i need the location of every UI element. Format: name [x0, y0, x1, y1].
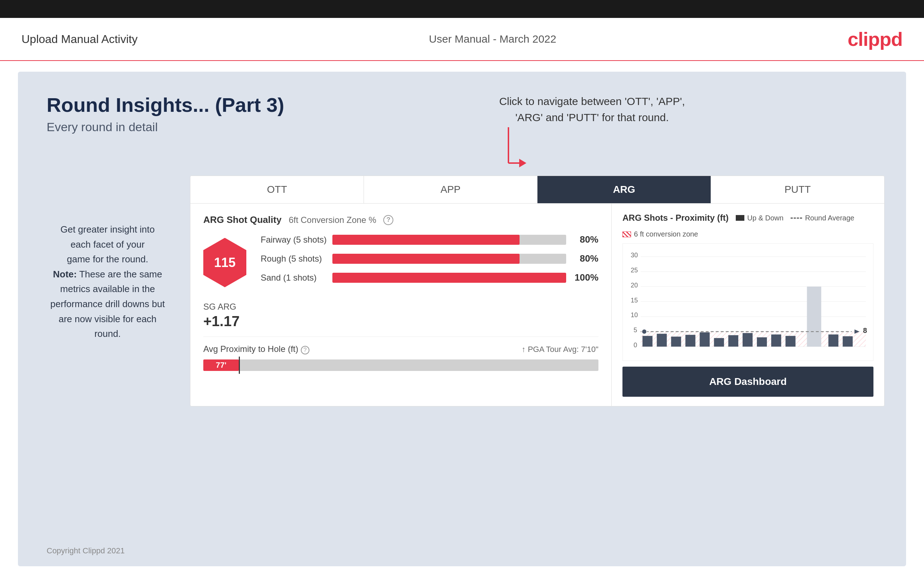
bar-label-fairway: Fairway (5 shots) [261, 235, 333, 245]
svg-rect-30 [807, 287, 821, 347]
tab-ott[interactable]: OTT [191, 176, 364, 203]
info-icon[interactable]: ? [383, 215, 393, 225]
manual-label: User Manual - March 2022 [429, 33, 556, 45]
svg-rect-28 [771, 334, 781, 347]
svg-rect-32 [843, 336, 853, 347]
bar-track-fairway [333, 235, 566, 245]
legend-6ft-label: 6 ft conversion zone [634, 230, 698, 239]
proximity-header: Avg Proximity to Hole (ft) ? ↑ PGA Tour … [203, 344, 598, 355]
tab-arg[interactable]: ARG [538, 176, 711, 203]
proximity-value: 77' [216, 361, 226, 370]
panel-right: ARG Shots - Proximity (ft) Up & Down Rou… [612, 203, 884, 406]
svg-rect-26 [743, 333, 753, 347]
nav-hint: Click to navigate between 'OTT', 'APP', … [499, 93, 685, 126]
dashboard-panel: OTT APP ARG PUTT ARG Shot Quality 6ft Co… [190, 176, 885, 406]
conversion-zone-label: 6ft Conversion Zone % [289, 215, 376, 225]
proximity-label: Avg Proximity to Hole (ft) ? [203, 344, 309, 355]
svg-rect-27 [757, 337, 767, 347]
desc-note: Note: [53, 269, 77, 280]
svg-rect-25 [728, 335, 738, 347]
upload-label: Upload Manual Activity [21, 32, 138, 46]
chart-svg: 0 5 10 15 20 25 30 [623, 244, 873, 358]
legend-hatched-box [622, 232, 631, 237]
bar-row-sand: Sand (1 shots) 100% [261, 272, 598, 283]
main-content: Round Insights... (Part 3) Every round i… [18, 72, 906, 566]
proximity-bar-fill: 77' [203, 359, 239, 371]
chart-title: ARG Shots - Proximity (ft) [622, 213, 729, 223]
legend-up-down-label: Up & Down [747, 214, 783, 222]
header: Upload Manual Activity User Manual - Mar… [0, 18, 924, 61]
svg-point-34 [642, 329, 647, 334]
proximity-info-icon[interactable]: ? [301, 346, 309, 355]
bar-fill-sand [333, 273, 566, 283]
bar-label-sand: Sand (1 shots) [261, 273, 333, 283]
bar-pct-sand: 100% [573, 272, 598, 283]
svg-text:0: 0 [633, 342, 637, 349]
desc-line3: game for the round. [67, 254, 149, 264]
svg-text:15: 15 [631, 297, 638, 304]
proximity-marker [239, 356, 240, 374]
sg-value: +1.17 [203, 313, 598, 329]
sg-section: SG ARG +1.17 [203, 302, 598, 329]
tab-app[interactable]: APP [364, 176, 538, 203]
page-title: Round Insights... (Part 3) [47, 93, 877, 116]
svg-rect-21 [671, 337, 681, 347]
panel-body: ARG Shot Quality 6ft Conversion Zone % ?… [191, 203, 884, 406]
pga-label: ↑ PGA Tour Avg: 7'10" [522, 345, 598, 354]
top-bar [0, 0, 924, 18]
legend-box-up-down [736, 215, 745, 221]
hexagon-container: 115 Fairway (5 shots) 80% Rough (5 [203, 234, 598, 291]
svg-marker-2 [519, 159, 527, 168]
bar-row-fairway: Fairway (5 shots) 80% [261, 234, 598, 245]
bar-track-sand [333, 273, 566, 283]
left-description: Get greater insight into each facet of y… [47, 222, 168, 342]
bar-pct-rough: 80% [573, 253, 598, 264]
legend-up-down: Up & Down [736, 214, 783, 222]
bar-fill-rough [333, 254, 520, 264]
bar-track-rough [333, 254, 566, 264]
hexagon-score: 115 [203, 238, 246, 287]
svg-rect-24 [714, 338, 724, 347]
bar-fill-fairway [333, 235, 520, 245]
svg-rect-29 [786, 336, 796, 347]
bar-row-rough: Rough (5 shots) 80% [261, 253, 598, 264]
legend-round-avg-label: Round Average [805, 214, 855, 222]
svg-text:8: 8 [863, 327, 867, 334]
tab-putt[interactable]: PUTT [711, 176, 884, 203]
svg-rect-22 [686, 335, 696, 347]
svg-text:25: 25 [631, 267, 638, 274]
svg-rect-20 [657, 334, 667, 347]
svg-text:10: 10 [631, 311, 638, 319]
section-header: ARG Shot Quality 6ft Conversion Zone % ? [203, 214, 598, 226]
bar-label-rough: Rough (5 shots) [261, 254, 333, 264]
legend-round-avg: Round Average [791, 214, 855, 222]
svg-rect-31 [828, 334, 838, 347]
svg-text:20: 20 [631, 282, 638, 289]
tabs-row: OTT APP ARG PUTT [191, 176, 884, 203]
chart-area: 0 5 10 15 20 25 30 [622, 243, 874, 361]
legend-dashed-line [791, 218, 802, 219]
bar-rows: Fairway (5 shots) 80% Rough (5 shots) [261, 234, 598, 291]
svg-text:30: 30 [631, 251, 638, 259]
arg-dashboard-button[interactable]: ARG Dashboard [622, 367, 874, 397]
panel-left: ARG Shot Quality 6ft Conversion Zone % ?… [191, 203, 612, 406]
page-subtitle: Every round in detail [47, 120, 877, 134]
sg-label: SG ARG [203, 302, 598, 312]
proximity-section: Avg Proximity to Hole (ft) ? ↑ PGA Tour … [203, 337, 598, 371]
nav-hint-line1: Click to navigate between 'OTT', 'APP', [499, 95, 685, 107]
chart-header: ARG Shots - Proximity (ft) Up & Down Rou… [622, 213, 874, 239]
bar-pct-fairway: 80% [573, 234, 598, 245]
svg-rect-23 [699, 332, 709, 347]
shot-quality-label: ARG Shot Quality [203, 214, 281, 226]
proximity-bar-track: 77' [203, 359, 598, 371]
svg-text:5: 5 [633, 327, 637, 334]
desc-line1: Get greater insight into [60, 224, 155, 235]
svg-rect-19 [643, 336, 653, 347]
desc-line2: each facet of your [71, 239, 145, 250]
nav-hint-line2: 'ARG' and 'PUTT' for that round. [515, 111, 669, 123]
footer-copyright: Copyright Clippd 2021 [47, 546, 125, 556]
legend-6ft: 6 ft conversion zone [622, 230, 698, 239]
logo: clippd [848, 28, 903, 50]
